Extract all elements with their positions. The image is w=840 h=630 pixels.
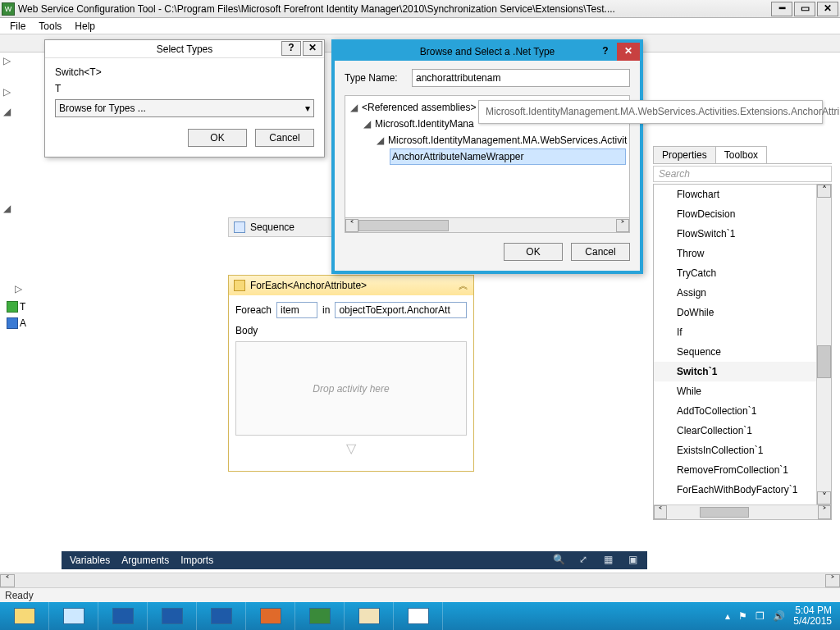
status-bar: Ready (0, 587, 840, 602)
body-label: Body (235, 325, 467, 336)
tree-hscrollbar[interactable]: ˂ ˃ (345, 218, 630, 233)
tray-up-icon[interactable]: ▴ (725, 610, 730, 622)
toolbox-item[interactable]: Sequence (654, 342, 831, 362)
scrollbar-thumb[interactable] (358, 220, 449, 231)
tree-node[interactable]: <Referenced assemblies> (362, 102, 476, 113)
foreach-activity[interactable]: ForEach<AnchorAttribute> ︽ Foreach item … (228, 275, 474, 472)
tree-node[interactable]: Microsoft.IdentityManagement.MA.WebServi… (388, 135, 627, 146)
type-name-input[interactable] (412, 69, 630, 87)
in-keyword: in (322, 304, 330, 316)
arguments-tab[interactable]: Arguments (121, 555, 169, 566)
toolbox-vscrollbar[interactable]: ˄ ˅ (816, 185, 831, 504)
window-title: Web Service Configuration Tool - C:\Prog… (18, 3, 769, 15)
dialog-close-button[interactable]: ✕ (303, 41, 322, 56)
toolbox-item[interactable]: FlowSwitch`1 (654, 224, 831, 244)
tray-clock[interactable]: 5:04 PM 5/4/2015 (793, 605, 832, 627)
scroll-right-button[interactable]: ˃ (616, 219, 629, 232)
toolbox-item[interactable]: If (654, 322, 831, 342)
switch-type-label: Switch<T> (55, 66, 314, 78)
tree-item-label[interactable]: T (20, 301, 25, 313)
collapse-icon[interactable]: ︽ (459, 279, 468, 293)
toolbox-item[interactable]: AddToCollection`1 (654, 401, 831, 421)
tray-flag-icon[interactable]: ⚑ (738, 610, 747, 622)
dialog-help-button[interactable]: ? (594, 43, 617, 61)
cancel-button[interactable]: Cancel (571, 243, 630, 261)
menu-help[interactable]: Help (68, 19, 102, 34)
scroll-right-button[interactable]: ˃ (818, 505, 831, 519)
status-text: Ready (5, 590, 34, 601)
tree-node[interactable]: Microsoft.IdentityMana (375, 118, 474, 130)
toolbox-item[interactable]: Switch`1 (654, 362, 831, 381)
menu-tools[interactable]: Tools (32, 19, 68, 34)
foreach-header[interactable]: ForEach<AnchorAttribute> ︽ (229, 276, 473, 295)
tree-node-selected[interactable]: AnchorAttributeNameWrapper (392, 151, 524, 162)
tray-network-icon[interactable]: ❐ (756, 610, 765, 622)
sequence-label: Sequence (250, 221, 294, 233)
dialog-help-button[interactable]: ? (281, 41, 301, 56)
minimize-button[interactable]: ━ (771, 2, 792, 16)
toolbox-search[interactable]: Search (653, 166, 832, 182)
taskbar-outlook[interactable] (98, 602, 148, 630)
taskbar-lync[interactable] (148, 602, 197, 630)
toolbox-item[interactable]: TryCatch (654, 263, 831, 283)
menu-file[interactable]: File (3, 19, 32, 34)
tray-volume-icon[interactable]: 🔊 (773, 610, 785, 622)
toolbox-item[interactable]: DoWhile (654, 303, 831, 322)
type-combo[interactable]: Browse for Types ... ▾ (55, 99, 314, 117)
toolbox-item[interactable]: Assign (654, 283, 831, 303)
tab-properties[interactable]: Properties (653, 146, 716, 163)
foreach-icon (234, 280, 245, 291)
foreach-source-input[interactable]: objectToExport.AnchorAtt (335, 302, 467, 318)
toolbox-item[interactable]: RemoveFromCollection`1 (654, 460, 831, 480)
imports-tab[interactable]: Imports (180, 555, 213, 566)
taskbar-wsct[interactable] (295, 602, 345, 630)
toolbox-item[interactable]: ExistsInCollection`1 (654, 441, 831, 460)
variables-tab[interactable]: Variables (70, 555, 110, 566)
tab-toolbox[interactable]: Toolbox (715, 146, 767, 163)
taskbar-app1[interactable] (246, 602, 295, 630)
taskbar-paint[interactable] (345, 602, 394, 630)
taskbar-ie[interactable] (49, 602, 98, 630)
browse-net-type-dialog: Browse and Select a .Net Type ? ✕ Type N… (331, 39, 643, 274)
type-param-label: T (55, 83, 314, 94)
taskbar: ▴ ⚑ ❐ 🔊 5:04 PM 5/4/2015 (0, 602, 840, 630)
scrollbar-thumb[interactable] (817, 345, 831, 378)
scroll-left-button[interactable]: ˂ (0, 574, 15, 587)
toolbox-item[interactable]: Throw (654, 244, 831, 263)
minimap-icon[interactable]: ▣ (626, 554, 639, 567)
scroll-left-button[interactable]: ˂ (345, 219, 358, 232)
close-button[interactable]: ✕ (817, 2, 838, 16)
flow-arrow-icon: ▽ (235, 436, 467, 464)
cancel-button[interactable]: Cancel (255, 129, 314, 147)
scroll-left-button[interactable]: ˂ (654, 505, 667, 519)
toolbox-item[interactable]: ClearCollection`1 (654, 421, 831, 441)
dialog-close-button[interactable]: ✕ (617, 43, 640, 61)
search-icon[interactable]: 🔍 (552, 554, 565, 567)
tree-item-label[interactable]: A (20, 317, 26, 329)
maximize-button[interactable]: ▭ (794, 2, 815, 16)
tooltip-text: Microsoft.IdentityManagement.MA.WebServi… (486, 106, 840, 117)
scroll-down-button[interactable]: ˅ (817, 491, 831, 504)
toolbox-item[interactable]: ForEachWithBodyFactory`1 (654, 480, 831, 500)
taskbar-app2[interactable] (394, 602, 443, 630)
scrollbar-thumb[interactable] (700, 507, 749, 518)
scroll-up-button[interactable]: ˄ (817, 185, 831, 198)
scroll-right-button[interactable]: ˃ (825, 574, 840, 587)
toolbox-item[interactable]: Flowchart (654, 185, 831, 204)
toolbox-hscrollbar[interactable]: ˂ ˃ (654, 504, 831, 519)
taskbar-explorer[interactable] (0, 602, 49, 630)
foreach-item-input[interactable]: item (276, 302, 317, 318)
window-titlebar: W Web Service Configuration Tool - C:\Pr… (0, 0, 840, 18)
taskbar-word[interactable] (197, 602, 246, 630)
main-hscrollbar[interactable]: ˂ ˃ (0, 573, 840, 587)
overview-icon[interactable]: ▦ (601, 554, 614, 567)
toolbox-item[interactable]: While (654, 381, 831, 401)
tree-icon (7, 301, 18, 313)
toolbox-item[interactable]: FlowDecision (654, 204, 831, 224)
activity-dropzone[interactable]: Drop activity here (235, 341, 467, 436)
zoom-icon[interactable]: ⤢ (577, 554, 590, 567)
ok-button[interactable]: OK (504, 243, 563, 261)
dialog-title: Select Types (157, 43, 212, 55)
project-tree: ▷ ▷ ◢ ◢ ▷ T A (0, 53, 49, 546)
ok-button[interactable]: OK (188, 129, 247, 147)
